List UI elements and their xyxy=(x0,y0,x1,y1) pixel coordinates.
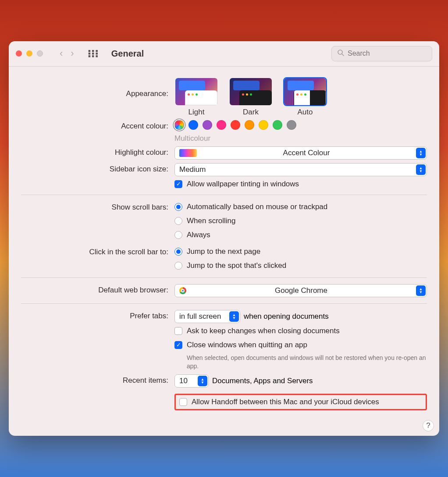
checkbox-icon xyxy=(179,398,187,406)
recent-label: Recent items: xyxy=(21,374,174,385)
sidebar-size-value: Medium xyxy=(179,165,206,174)
accent-purple[interactable] xyxy=(203,120,212,130)
separator xyxy=(21,303,427,304)
checkbox-icon xyxy=(174,180,182,188)
close-windows-hint: When selected, open documents and window… xyxy=(174,354,427,370)
appearance-auto[interactable]: Auto xyxy=(283,77,327,117)
appearance-options: Light Dark Auto xyxy=(174,77,427,117)
ask-keep-changes-label: Ask to keep changes when closing documen… xyxy=(187,327,340,335)
minimize-window-button[interactable] xyxy=(26,50,32,57)
close-windows-label: Close windows when quitting an app xyxy=(187,341,307,349)
help-button[interactable]: ? xyxy=(423,420,434,431)
ask-keep-changes-checkbox[interactable]: Ask to keep changes when closing documen… xyxy=(174,327,427,335)
clickbar-nextpage-radio[interactable]: Jump to the next page xyxy=(174,247,427,256)
accent-multicolour[interactable] xyxy=(174,120,184,130)
appearance-dark[interactable]: Dark xyxy=(229,77,273,117)
preferences-window: ‹ › ▪▪▪▪▪▪▪▪▪ General Appearance: Light xyxy=(9,41,439,436)
appearance-label: Appearance: xyxy=(21,77,174,98)
highlight-label: Highlight colour: xyxy=(21,146,174,157)
prefer-tabs-select[interactable]: in full screen xyxy=(174,310,240,323)
search-field[interactable] xyxy=(331,46,432,61)
highlight-select[interactable]: Accent Colour xyxy=(174,146,427,160)
radio-icon xyxy=(174,248,182,256)
close-window-button[interactable] xyxy=(16,50,22,57)
radio-icon xyxy=(174,262,182,270)
search-input[interactable] xyxy=(348,50,427,57)
chevron-updown-icon xyxy=(416,148,426,158)
zoom-window-button[interactable] xyxy=(37,50,43,57)
appearance-light[interactable]: Light xyxy=(174,77,218,117)
radio-icon xyxy=(174,231,182,239)
content: Appearance: Light Dark Auto xyxy=(9,67,439,418)
forward-button[interactable]: › xyxy=(71,48,74,59)
checkbox-icon xyxy=(174,327,182,335)
accent-orange[interactable] xyxy=(245,120,254,130)
handoff-label: Allow Handoff between this Mac and your … xyxy=(192,398,379,406)
nav-arrows: ‹ › xyxy=(60,48,74,59)
highlight-swatch xyxy=(179,149,197,157)
handoff-checkbox[interactable]: Allow Handoff between this Mac and your … xyxy=(179,398,379,406)
scrollbars-label: Show scroll bars: xyxy=(21,201,174,212)
wallpaper-tinting-label: Allow wallpaper tinting in windows xyxy=(187,180,299,189)
back-button[interactable]: ‹ xyxy=(60,48,63,59)
sidebar-label: Sidebar icon size: xyxy=(21,163,174,174)
accent-red[interactable] xyxy=(231,120,240,130)
recent-items-value: 10 xyxy=(179,377,188,385)
radio-icon xyxy=(174,203,182,211)
accent-pink[interactable] xyxy=(217,120,226,130)
recent-items-suffix: Documents, Apps and Servers xyxy=(212,377,313,385)
sidebar-size-select[interactable]: Medium xyxy=(174,163,427,176)
clickbar-label: Click in the scroll bar to: xyxy=(21,246,174,256)
clickbar-nextpage-label: Jump to the next page xyxy=(187,247,260,256)
titlebar: ‹ › ▪▪▪▪▪▪▪▪▪ General xyxy=(9,41,439,67)
accent-caption: Multicolour xyxy=(174,134,427,143)
default-browser-select[interactable]: Google Chrome xyxy=(174,284,427,297)
handoff-highlight: Allow Handoff between this Mac and your … xyxy=(174,394,427,410)
scrollbars-auto-label: Automatically based on mouse or trackpad xyxy=(187,203,327,211)
accent-yellow[interactable] xyxy=(259,120,268,130)
close-windows-checkbox[interactable]: Close windows when quitting an app xyxy=(174,341,427,349)
svg-line-1 xyxy=(342,54,344,56)
accent-label: Accent colour: xyxy=(21,120,174,131)
wallpaper-tinting-checkbox[interactable]: Allow wallpaper tinting in windows xyxy=(174,180,427,189)
chevron-updown-icon xyxy=(416,164,426,175)
scrollbars-always-label: Always xyxy=(187,231,210,239)
accent-green[interactable] xyxy=(273,120,282,130)
appearance-auto-label: Auto xyxy=(298,108,313,117)
clickbar-spot-label: Jump to the spot that's clicked xyxy=(187,261,286,270)
chevron-updown-icon xyxy=(229,311,239,322)
prefer-tabs-suffix: when opening documents xyxy=(244,312,329,321)
page-title: General xyxy=(111,49,144,59)
checkbox-icon xyxy=(174,341,182,349)
accent-colors xyxy=(174,120,427,130)
scrollbars-scrolling-label: When scrolling xyxy=(187,217,236,225)
browser-value: Google Chrome xyxy=(275,286,327,295)
chrome-icon xyxy=(179,287,186,294)
separator xyxy=(21,195,427,195)
chevron-updown-icon xyxy=(198,376,207,386)
appearance-light-label: Light xyxy=(188,108,205,117)
scrollbars-always-radio[interactable]: Always xyxy=(174,231,427,239)
separator xyxy=(21,278,427,278)
show-all-icon[interactable]: ▪▪▪▪▪▪▪▪▪ xyxy=(88,50,99,57)
highlight-value: Accent Colour xyxy=(283,149,330,157)
chevron-updown-icon xyxy=(416,285,426,296)
browser-label: Default web browser: xyxy=(21,284,174,295)
radio-icon xyxy=(174,217,182,225)
accent-graphite[interactable] xyxy=(287,120,296,130)
window-controls xyxy=(16,50,43,57)
scrollbars-auto-radio[interactable]: Automatically based on mouse or trackpad xyxy=(174,203,427,211)
prefer-tabs-label: Prefer tabs: xyxy=(21,310,174,320)
clickbar-spot-radio[interactable]: Jump to the spot that's clicked xyxy=(174,261,427,270)
appearance-dark-label: Dark xyxy=(243,108,259,117)
accent-blue[interactable] xyxy=(188,120,198,130)
recent-items-select[interactable]: 10 xyxy=(174,374,209,388)
search-icon xyxy=(337,49,344,58)
scrollbars-scrolling-radio[interactable]: When scrolling xyxy=(174,217,427,225)
prefer-tabs-value: in full screen xyxy=(179,312,221,321)
